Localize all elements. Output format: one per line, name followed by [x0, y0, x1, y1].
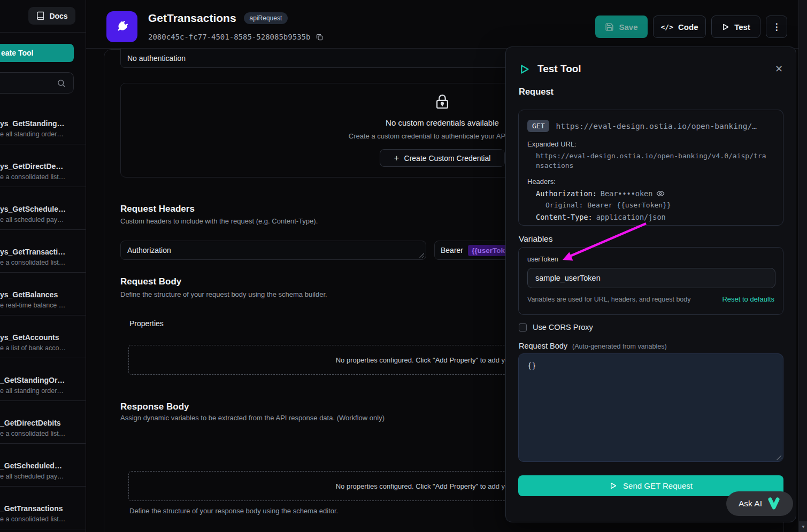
tool-item[interactable]: ys_GetSchedule…e all scheduled pay… — [0, 187, 86, 230]
tool-item[interactable]: ys_GetDirectDe…e a consolidated list… — [0, 144, 86, 187]
send-request-label: Send GET Request — [623, 481, 693, 490]
eye-icon[interactable] — [656, 189, 665, 198]
search-icon — [57, 79, 66, 88]
code-button[interactable]: </> Code — [653, 16, 706, 38]
code-icon: </> — [661, 23, 673, 31]
tool-uuid: 2080c45c-fc77-4501-8585-528085b9535b — [148, 33, 310, 41]
test-tool-play-icon — [519, 64, 530, 75]
tool-item-title: _GetDirectDebits — [0, 419, 84, 427]
tool-item-title: ys_GetStanding… — [0, 119, 84, 128]
create-tool-button[interactable]: eate Tool — [0, 44, 74, 62]
tool-item[interactable]: ys_GetTransacti…e a consolidated list… — [0, 230, 86, 273]
request-section-label: Request — [519, 87, 554, 97]
tool-item-title: _GetScheduled… — [0, 461, 84, 470]
properties-label: Properties — [129, 319, 164, 328]
ask-ai-label: Ask AI — [739, 499, 762, 508]
create-credential-button[interactable]: + Create Custom Credential — [380, 149, 505, 167]
tool-item-title: _GetStandingOr… — [0, 376, 84, 384]
test-tool-title: Test Tool — [537, 63, 581, 75]
tool-item-title: ys_GetBalances — [0, 290, 84, 299]
tool-item-desc: e real-time balance … — [0, 302, 84, 309]
page-header: GetTransactions apiRequest 2080c45c-fc77… — [86, 0, 807, 49]
more-button[interactable]: ⋮ — [766, 16, 787, 38]
tool-item-desc: e all standing order… — [0, 387, 84, 395]
tool-item-desc: e a consolidated list… — [0, 259, 84, 266]
request-headers-desc: Custom headers to include with the reque… — [120, 217, 318, 225]
tool-item-desc: e a consolidated list… — [0, 515, 84, 523]
api-request-badge: apiRequest — [244, 12, 288, 24]
tool-item[interactable]: ys_GetStanding…e all standing order… — [0, 102, 86, 144]
cors-label: Use CORS Proxy — [533, 323, 593, 331]
play-icon — [721, 23, 729, 31]
request-body-editor[interactable]: {} — [518, 353, 783, 462]
tool-list: ys_GetStanding…e all standing order…ys_G… — [0, 102, 86, 529]
save-button[interactable]: Save — [595, 16, 648, 38]
tool-item-title: ys_GetTransacti… — [0, 248, 84, 256]
content-type-value: application/json — [596, 213, 666, 221]
tool-item-title: ys_GetSchedule… — [0, 205, 84, 213]
response-body-desc: Assign dynamic variables to be extracted… — [120, 414, 385, 422]
tool-item-desc: e all scheduled pay… — [0, 216, 84, 223]
variables-note: Variables are used for URL, headers, and… — [527, 296, 691, 303]
method-badge: GET — [527, 120, 549, 132]
header-key-input[interactable]: Authorization — [120, 241, 426, 260]
response-body-footer: Define the structure of your response bo… — [129, 507, 338, 515]
tool-item[interactable]: _GetStandingOr…e all standing order… — [0, 358, 86, 401]
test-button[interactable]: Test — [711, 16, 760, 38]
content-type-key: Content-Type: — [536, 213, 593, 221]
ask-ai-button[interactable]: Ask AI — [726, 491, 793, 516]
tool-item[interactable]: ys_GetAccountse a list of bank acco… — [0, 315, 86, 358]
copy-icon[interactable] — [316, 33, 324, 41]
tool-item-desc: e a consolidated list… — [0, 173, 84, 181]
variable-value-input[interactable] — [527, 268, 775, 288]
tool-item-desc: e all standing order… — [0, 130, 84, 138]
book-icon — [36, 11, 45, 20]
plug-icon — [114, 19, 130, 35]
tool-item-title: ys_GetAccounts — [0, 333, 84, 342]
tool-item[interactable]: _GetTransactionse a consolidated list… — [0, 487, 86, 529]
request-summary-box: GET https://eval-design.ostia.io/open-ba… — [518, 110, 783, 226]
docs-button[interactable]: Docs — [28, 7, 75, 25]
tool-item[interactable]: ys_GetBalancese real-time balance … — [0, 273, 86, 315]
header-value-prefix: Bearer — [441, 246, 463, 255]
docs-button-label: Docs — [49, 12, 67, 20]
header-key-value: Authorization — [127, 246, 171, 255]
scroll-down-button[interactable]: ▼ — [799, 521, 807, 532]
test-button-label: Test — [734, 22, 750, 32]
app-icon — [106, 11, 137, 42]
scroll-down-icon: ▼ — [801, 525, 805, 529]
request-body-note: (Auto-generated from variables) — [572, 343, 666, 350]
save-icon — [605, 22, 614, 32]
test-tool-panel: Test Tool ✕ Request GET https://eval-des… — [505, 47, 796, 522]
save-button-label: Save — [619, 22, 637, 32]
vertical-scrollbar[interactable]: ▼ — [798, 0, 807, 532]
create-tool-label: eate Tool — [1, 49, 33, 57]
expanded-url-label: Expanded URL: — [527, 140, 774, 148]
app-root: Docs eate Tool ys_GetStanding…e all stan… — [0, 0, 807, 532]
cors-checkbox[interactable] — [519, 323, 527, 331]
resize-handle-icon[interactable] — [777, 455, 781, 460]
auth-select-value: No authentication — [127, 54, 186, 63]
reset-defaults-link[interactable]: Reset to defaults — [722, 295, 774, 303]
request-body-label: Request Body — [519, 342, 567, 350]
tool-item-title: _GetTransactions — [0, 504, 84, 513]
tool-item[interactable]: _GetScheduled…e all scheduled pay… — [0, 444, 86, 487]
page-title: GetTransactions — [148, 12, 236, 25]
send-play-icon — [609, 482, 617, 490]
sidebar-divider — [0, 32, 86, 33]
close-icon[interactable]: ✕ — [775, 63, 783, 75]
v-logo-icon — [767, 497, 781, 510]
variables-label: Variables — [519, 234, 552, 244]
tool-item[interactable]: _GetDirectDebitse a consolidated list… — [0, 401, 86, 444]
request-body-title: Request Body — [120, 276, 181, 287]
response-body-title: Response Body — [120, 402, 189, 412]
request-body-desc: Define the structure of your request bod… — [120, 290, 327, 298]
variable-name-label: userToken — [527, 256, 774, 263]
search-input[interactable] — [0, 72, 74, 94]
request-url: https://eval-design.ostia.io/open-bankin… — [556, 122, 756, 130]
request-headers-title: Request Headers — [120, 204, 195, 214]
tool-item-title: ys_GetDirectDe… — [0, 162, 84, 171]
auth-header-key: Authorization: — [536, 189, 597, 198]
resize-handle-icon[interactable] — [419, 253, 424, 258]
tool-item-desc: e a list of bank acco… — [0, 344, 84, 352]
